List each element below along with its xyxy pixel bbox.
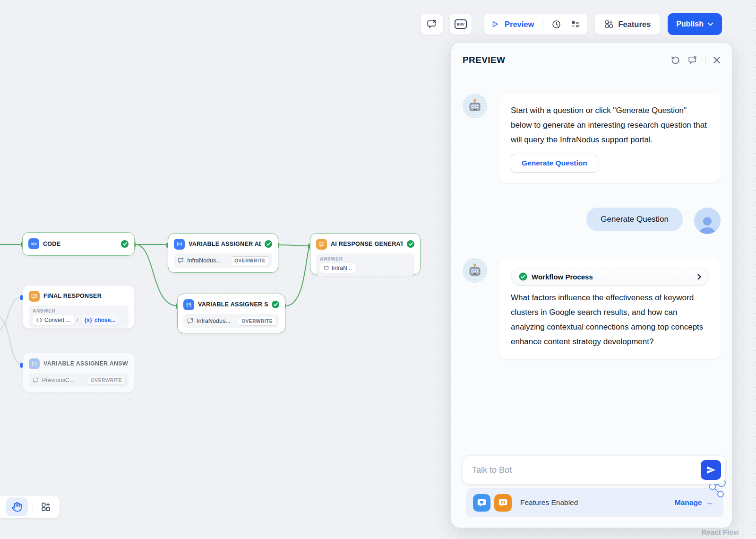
close-button[interactable] [713, 56, 721, 64]
node-title: AI RESPONSE GENERATED [331, 241, 403, 247]
chat-x-icon [324, 265, 329, 271]
user-message: Generate Question [463, 208, 721, 234]
node-variable-assigner-answer[interactable]: (=) VARIABLE ASSIGNER ANSW PreviousC... … [23, 353, 135, 392]
person-icon [697, 215, 718, 234]
publish-button[interactable]: Publish [668, 13, 722, 35]
chevron-down-icon [707, 22, 713, 26]
section-label: ANSWER [33, 308, 125, 313]
overwrite-badge: OVERWRITE [238, 317, 276, 326]
overwrite-badge: OVERWRITE [231, 256, 269, 265]
node-variable-assigner-sum[interactable]: (=) VARIABLE ASSIGNER SUM InfraNodus... … [177, 294, 285, 333]
features-grid-icon [604, 19, 614, 29]
chat-input-container [463, 456, 725, 484]
workflow-process-pill[interactable]: Workflow Process [511, 268, 709, 286]
variable-assigner-icon: (=) [183, 299, 194, 310]
annotation-button[interactable] [688, 55, 697, 65]
chat-x-icon [427, 19, 437, 29]
panel-title: PREVIEW [463, 55, 505, 65]
group-divider [542, 18, 543, 30]
citation-icon [494, 494, 512, 512]
chat-x-icon [187, 318, 194, 324]
variable-pill: InfraN... [320, 263, 356, 273]
talk-to-bot-input[interactable] [463, 465, 725, 475]
hand-icon [12, 502, 22, 512]
variable-name: InfraNodus... [197, 318, 235, 324]
annotation-button[interactable] [421, 13, 443, 35]
toolbar-divider [478, 20, 478, 28]
bot-intro-text: Start with a question or click "Generate… [511, 103, 709, 147]
send-button[interactable] [701, 460, 721, 480]
success-check-icon [519, 272, 527, 281]
robot-icon [468, 98, 482, 113]
code-icon: </> [28, 238, 39, 249]
conversation-opener-icon [473, 494, 490, 512]
bot-avatar [463, 94, 487, 118]
variable-name: PreviousC... [42, 377, 84, 383]
bot-question-text: What factors influence the effectiveness… [511, 290, 709, 349]
node-final-responser[interactable]: FINAL RESPONSER ANSWER Convert ... / {x}… [23, 285, 135, 329]
separator: / [77, 317, 78, 323]
variable-row: PreviousC... OVERWRITE [29, 373, 129, 387]
chevron-right-icon [697, 274, 701, 280]
add-block-button[interactable] [38, 498, 54, 515]
chat-x-icon [178, 257, 184, 264]
variable-name: InfraNodus... [187, 257, 228, 264]
restart-icon [670, 55, 680, 65]
answer-section: ANSWER InfraN... [316, 253, 414, 276]
answer-section: ANSWER Convert ... / {x} chose... [29, 305, 129, 328]
variable-assigner-icon: (=) [29, 358, 40, 369]
code-ref-icon [36, 318, 42, 322]
bot-message: Start with a question or click "Generate… [463, 93, 721, 183]
react-flow-attribution: React Flow [702, 528, 739, 536]
top-toolbar: ENV Preview Features Publish [421, 13, 733, 35]
bot-message: Workflow Process What factors influence … [463, 257, 721, 359]
success-check-icon [121, 240, 129, 248]
bot-avatar [463, 258, 487, 283]
node-variable-assigner-adv[interactable]: (=) VARIABLE ASSIGNER ADVI InfraNodus...… [168, 233, 278, 273]
node-code[interactable]: </> CODE [22, 232, 135, 256]
preview-button[interactable]: Preview [491, 20, 534, 29]
play-icon [491, 20, 499, 28]
node-title: FINAL RESPONSER [43, 293, 129, 299]
answer-icon [316, 239, 327, 250]
chat-x-icon [33, 377, 39, 383]
history-clock-icon [551, 19, 561, 29]
preview-group: Preview [484, 13, 588, 35]
chat-x-icon [688, 55, 697, 65]
features-button[interactable]: Features [594, 13, 661, 35]
success-check-icon [272, 301, 279, 308]
checklist-button[interactable] [571, 19, 581, 29]
section-label: ANSWER [320, 256, 411, 261]
node-ai-response-generated[interactable]: AI RESPONSE GENERATED ANSWER InfraN... [310, 233, 421, 275]
restart-button[interactable] [670, 55, 680, 65]
header-divider [705, 56, 705, 64]
generate-question-button[interactable]: Generate Question [511, 154, 598, 173]
node-title: VARIABLE ASSIGNER ANSW [43, 360, 129, 367]
node-title: CODE [43, 241, 117, 247]
features-enabled-label: Features Enabled [520, 498, 671, 507]
preview-panel: PREVIEW [451, 43, 732, 528]
success-check-icon [265, 240, 272, 248]
pan-hand-button[interactable] [6, 497, 28, 516]
variable-assigner-icon: (=) [174, 239, 185, 250]
variable-row: InfraNodus... OVERWRITE [174, 253, 272, 268]
node-title: VARIABLE ASSIGNER ADVI [189, 241, 261, 247]
success-check-icon [407, 240, 414, 248]
env-button[interactable]: ENV [449, 13, 472, 35]
env-icon: ENV [455, 19, 467, 29]
send-icon [706, 466, 716, 474]
features-enabled-bar: Features Enabled Manage → [466, 488, 723, 517]
close-icon [713, 56, 721, 64]
user-message-text: Generate Question [586, 208, 683, 231]
toolbar-divider [33, 501, 33, 513]
answer-icon [29, 291, 40, 302]
user-avatar [694, 208, 721, 234]
node-title: VARIABLE ASSIGNER SUM [198, 301, 268, 308]
var-glyph-icon: {x} [85, 317, 92, 323]
variable-row: InfraNodus... OVERWRITE [183, 314, 279, 328]
code-ref-pill: Convert ... [33, 315, 74, 325]
overwrite-badge: OVERWRITE [87, 376, 126, 385]
variable-ref-pill: {x} chose... [81, 315, 120, 325]
history-button[interactable] [551, 19, 561, 29]
grid-plus-icon [41, 502, 51, 512]
